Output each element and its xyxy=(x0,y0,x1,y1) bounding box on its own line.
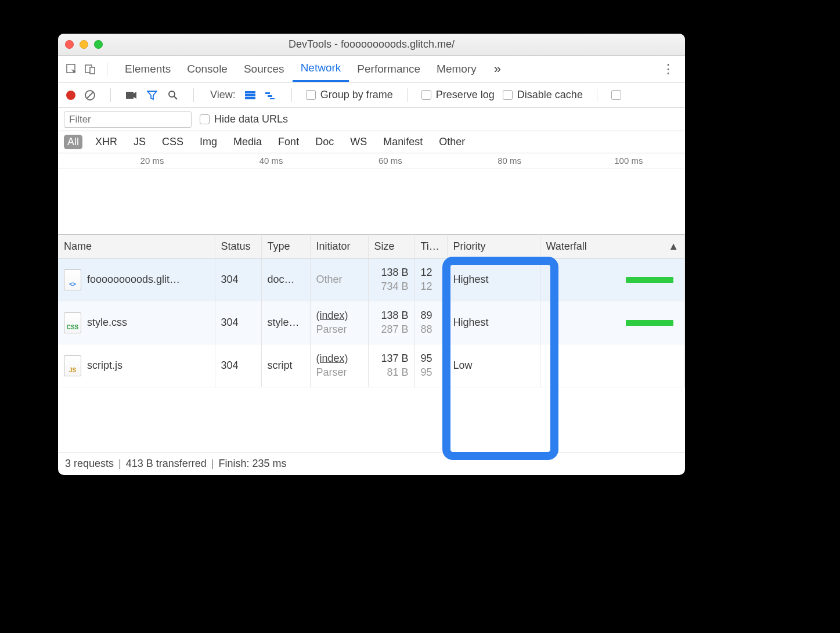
type-font[interactable]: Font xyxy=(275,135,302,149)
camera-icon[interactable] xyxy=(125,89,138,102)
table-row[interactable]: CSS style.css304style…(index)Parser138 B… xyxy=(58,301,685,344)
col-name[interactable]: Name xyxy=(58,235,215,258)
timeline-tick: 100 ms xyxy=(614,156,643,166)
minimize-icon[interactable] xyxy=(80,40,88,49)
tab-console[interactable]: Console xyxy=(179,56,236,82)
large-rows-icon[interactable] xyxy=(244,89,257,102)
type-img[interactable]: Img xyxy=(196,135,221,149)
table-row[interactable]: JS script.js304script(index)Parser137 B8… xyxy=(58,344,685,387)
col-size[interactable]: Size xyxy=(368,235,414,258)
checkbox-icon[interactable] xyxy=(421,90,431,100)
svg-point-6 xyxy=(169,91,175,97)
disable-cache-checkbox[interactable]: Disable cache xyxy=(503,89,583,101)
tab-performance[interactable]: Performance xyxy=(349,56,428,82)
divider xyxy=(107,62,107,76)
device-toggle-icon[interactable] xyxy=(82,62,98,77)
tab-sources[interactable]: Sources xyxy=(236,56,293,82)
cell-size: 138 B734 B xyxy=(368,258,414,301)
traffic-lights xyxy=(65,40,103,49)
initiator-link[interactable]: (index) xyxy=(316,310,348,321)
kebab-menu-icon[interactable]: ⋮ xyxy=(657,62,679,77)
timeline-ticks: 20 ms40 ms60 ms80 ms100 ms xyxy=(58,153,685,168)
type-ws[interactable]: WS xyxy=(347,135,370,149)
divider xyxy=(597,88,597,102)
tabs-overflow-icon[interactable]: » xyxy=(488,62,507,77)
timeline-tick: 40 ms xyxy=(259,156,283,166)
cell-status: 304 xyxy=(215,301,261,344)
request-name: style.css xyxy=(87,316,127,329)
svg-line-7 xyxy=(174,96,177,99)
cell-waterfall xyxy=(540,301,685,344)
svg-rect-8 xyxy=(245,91,255,93)
divider xyxy=(291,88,292,102)
checkbox-icon[interactable] xyxy=(611,90,621,100)
type-css[interactable]: CSS xyxy=(158,135,187,149)
clear-icon[interactable] xyxy=(84,89,96,102)
tab-network[interactable]: Network xyxy=(293,56,349,82)
type-all[interactable]: All xyxy=(64,135,82,149)
checkbox-icon[interactable] xyxy=(200,114,210,124)
col-waterfall[interactable]: Waterfall▲ xyxy=(540,235,685,258)
col-status[interactable]: Status xyxy=(215,235,261,258)
type-xhr[interactable]: XHR xyxy=(92,135,121,149)
preserve-log-label: Preserve log xyxy=(436,89,495,101)
type-media[interactable]: Media xyxy=(230,135,265,149)
cell-time: 1212 xyxy=(414,258,447,301)
group-by-frame-checkbox[interactable]: Group by frame xyxy=(306,89,393,101)
js-file-icon: JS xyxy=(64,355,81,376)
disable-cache-label: Disable cache xyxy=(517,89,583,101)
close-icon[interactable] xyxy=(65,40,74,49)
sort-asc-icon: ▲ xyxy=(668,240,679,253)
hide-data-urls-label: Hide data URLs xyxy=(214,113,288,125)
preserve-log-checkbox[interactable]: Preserve log xyxy=(421,89,495,101)
svg-rect-13 xyxy=(270,98,275,99)
window-title: DevTools - fooooooooods.glitch.me/ xyxy=(58,38,685,51)
cell-type: style… xyxy=(261,301,310,344)
svg-rect-5 xyxy=(126,92,134,99)
filter-row: Hide data URLs xyxy=(58,108,685,131)
waterfall-bar xyxy=(626,320,673,326)
zoom-icon[interactable] xyxy=(94,40,103,49)
type-doc[interactable]: Doc xyxy=(312,135,337,149)
cell-priority: Highest xyxy=(447,301,540,344)
table-header-row: Name Status Type Initiator Size Time Pri… xyxy=(58,235,685,258)
type-manifest[interactable]: Manifest xyxy=(380,135,426,149)
tab-memory[interactable]: Memory xyxy=(428,56,485,82)
tab-elements[interactable]: Elements xyxy=(117,56,179,82)
group-by-frame-label: Group by frame xyxy=(320,89,393,101)
col-initiator[interactable]: Initiator xyxy=(310,235,368,258)
inspect-icon[interactable] xyxy=(64,62,79,77)
overview-icon[interactable] xyxy=(265,89,277,102)
col-time[interactable]: Time xyxy=(414,235,447,258)
resource-types: AllXHRJSCSSImgMediaFontDocWSManifestOthe… xyxy=(58,131,685,153)
request-name: script.js xyxy=(87,359,122,372)
timeline-tick: 80 ms xyxy=(497,156,521,166)
col-type[interactable]: Type xyxy=(261,235,310,258)
status-transferred: 413 B transferred xyxy=(126,458,207,470)
view-label: View: xyxy=(210,89,236,101)
svg-rect-9 xyxy=(245,94,255,96)
type-js[interactable]: JS xyxy=(130,135,149,149)
devtools-window: DevTools - fooooooooods.glitch.me/ Eleme… xyxy=(58,34,685,475)
type-other[interactable]: Other xyxy=(435,135,468,149)
filter-input[interactable] xyxy=(64,112,192,128)
svg-rect-2 xyxy=(90,67,95,74)
doc-file-icon: <> xyxy=(64,269,81,290)
panel-tabs: ElementsConsoleSourcesNetworkPerformance… xyxy=(58,56,685,82)
hide-data-urls-checkbox[interactable]: Hide data URLs xyxy=(200,113,288,125)
request-name: fooooooooods.glit… xyxy=(87,274,180,286)
timeline-overview[interactable]: 20 ms40 ms60 ms80 ms100 ms xyxy=(58,153,685,235)
cell-time: 8988 xyxy=(414,301,447,344)
filter-icon[interactable] xyxy=(146,89,158,102)
status-bar: 3 requests | 413 B transferred | Finish:… xyxy=(58,452,685,475)
cell-type: script xyxy=(261,344,310,387)
search-icon[interactable] xyxy=(167,89,179,102)
cell-size: 138 B287 B xyxy=(368,301,414,344)
initiator-link[interactable]: (index) xyxy=(316,353,348,364)
checkbox-icon[interactable] xyxy=(503,90,513,100)
col-priority[interactable]: Priority xyxy=(447,235,540,258)
svg-line-4 xyxy=(87,92,93,98)
checkbox-icon[interactable] xyxy=(306,90,316,100)
table-row[interactable]: <> fooooooooods.glit…304doc…Other138 B73… xyxy=(58,258,685,301)
record-icon[interactable] xyxy=(66,91,75,100)
